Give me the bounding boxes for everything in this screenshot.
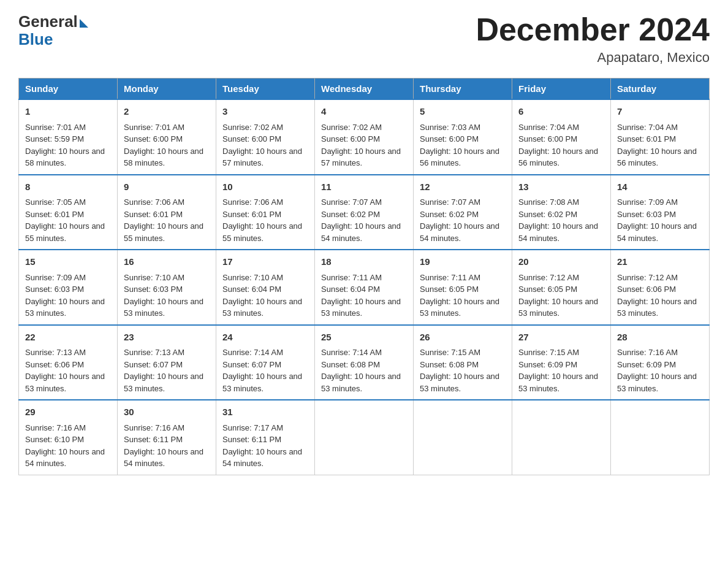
sunrise-text: Sunrise: 7:15 AM bbox=[420, 348, 480, 357]
sunrise-text: Sunrise: 7:08 AM bbox=[518, 197, 579, 207]
daylight-text: Daylight: 10 hours and 54 minutes. bbox=[321, 221, 401, 243]
sunset-text: Sunset: 6:02 PM bbox=[518, 210, 577, 219]
sunset-text: Sunset: 6:11 PM bbox=[124, 435, 183, 444]
sunrise-text: Sunrise: 7:09 AM bbox=[617, 197, 678, 207]
calendar-week-row: 29Sunrise: 7:16 AMSunset: 6:10 PMDayligh… bbox=[19, 400, 710, 475]
daylight-text: Daylight: 10 hours and 53 minutes. bbox=[420, 372, 499, 393]
day-number: 14 bbox=[617, 180, 703, 194]
sunset-text: Sunset: 6:01 PM bbox=[124, 210, 183, 219]
sunrise-text: Sunrise: 7:07 AM bbox=[321, 197, 382, 207]
sunset-text: Sunset: 6:01 PM bbox=[222, 210, 281, 219]
calendar-cell: 11Sunrise: 7:07 AMSunset: 6:02 PMDayligh… bbox=[315, 175, 414, 250]
sunset-text: Sunset: 6:05 PM bbox=[420, 285, 479, 294]
calendar-header-thursday: Thursday bbox=[414, 79, 512, 100]
calendar-cell: 26Sunrise: 7:15 AMSunset: 6:08 PMDayligh… bbox=[414, 325, 512, 400]
day-number: 1 bbox=[25, 105, 111, 119]
daylight-text: Daylight: 10 hours and 54 minutes. bbox=[124, 447, 203, 469]
day-number: 5 bbox=[420, 105, 506, 119]
daylight-text: Daylight: 10 hours and 54 minutes. bbox=[222, 447, 302, 469]
day-number: 17 bbox=[222, 255, 308, 269]
calendar-cell: 9Sunrise: 7:06 AMSunset: 6:01 PMDaylight… bbox=[118, 175, 216, 250]
sunrise-text: Sunrise: 7:11 AM bbox=[420, 273, 480, 282]
calendar-header-monday: Monday bbox=[118, 79, 216, 100]
logo-blue-text: Blue bbox=[18, 30, 53, 49]
daylight-text: Daylight: 10 hours and 53 minutes. bbox=[321, 372, 401, 393]
sunrise-text: Sunrise: 7:16 AM bbox=[124, 423, 184, 432]
day-number: 12 bbox=[420, 180, 506, 194]
sunset-text: Sunset: 6:04 PM bbox=[321, 285, 380, 294]
sunrise-text: Sunrise: 7:09 AM bbox=[25, 273, 86, 282]
daylight-text: Daylight: 10 hours and 53 minutes. bbox=[617, 297, 697, 318]
calendar-cell: 16Sunrise: 7:10 AMSunset: 6:03 PMDayligh… bbox=[118, 250, 216, 325]
calendar-cell: 6Sunrise: 7:04 AMSunset: 6:00 PMDaylight… bbox=[512, 99, 611, 175]
logo-general-text: General bbox=[18, 12, 78, 31]
daylight-text: Daylight: 10 hours and 53 minutes. bbox=[518, 372, 598, 393]
sunset-text: Sunset: 6:09 PM bbox=[518, 360, 577, 369]
sunset-text: Sunset: 6:08 PM bbox=[420, 360, 479, 369]
day-number: 30 bbox=[124, 405, 210, 419]
daylight-text: Daylight: 10 hours and 56 minutes. bbox=[420, 147, 499, 168]
sunrise-text: Sunrise: 7:03 AM bbox=[420, 123, 480, 132]
logo-arrow-icon bbox=[80, 19, 88, 28]
sunset-text: Sunset: 6:03 PM bbox=[25, 285, 84, 294]
calendar-cell: 5Sunrise: 7:03 AMSunset: 6:00 PMDaylight… bbox=[414, 99, 512, 175]
calendar-cell: 8Sunrise: 7:05 AMSunset: 6:01 PMDaylight… bbox=[19, 175, 118, 250]
sunrise-text: Sunrise: 7:01 AM bbox=[25, 123, 86, 132]
calendar-cell: 27Sunrise: 7:15 AMSunset: 6:09 PMDayligh… bbox=[512, 325, 611, 400]
sunrise-text: Sunrise: 7:10 AM bbox=[124, 273, 184, 282]
sunrise-text: Sunrise: 7:11 AM bbox=[321, 273, 382, 282]
calendar-cell: 22Sunrise: 7:13 AMSunset: 6:06 PMDayligh… bbox=[19, 325, 118, 400]
logo: General Blue bbox=[18, 12, 88, 49]
daylight-text: Daylight: 10 hours and 57 minutes. bbox=[321, 147, 401, 168]
calendar-week-row: 1Sunrise: 7:01 AMSunset: 5:59 PMDaylight… bbox=[19, 99, 710, 175]
sunset-text: Sunset: 6:03 PM bbox=[617, 210, 676, 219]
day-number: 6 bbox=[518, 105, 604, 119]
calendar-header-friday: Friday bbox=[512, 79, 611, 100]
daylight-text: Daylight: 10 hours and 53 minutes. bbox=[222, 297, 302, 318]
sunset-text: Sunset: 6:00 PM bbox=[420, 134, 479, 144]
sunrise-text: Sunrise: 7:14 AM bbox=[321, 348, 382, 357]
day-number: 19 bbox=[420, 255, 506, 269]
sunrise-text: Sunrise: 7:05 AM bbox=[25, 197, 86, 207]
calendar-cell: 30Sunrise: 7:16 AMSunset: 6:11 PMDayligh… bbox=[118, 400, 216, 475]
calendar-cell: 23Sunrise: 7:13 AMSunset: 6:07 PMDayligh… bbox=[118, 325, 216, 400]
sunrise-text: Sunrise: 7:14 AM bbox=[222, 348, 283, 357]
calendar-cell: 21Sunrise: 7:12 AMSunset: 6:06 PMDayligh… bbox=[611, 250, 710, 325]
calendar-week-row: 15Sunrise: 7:09 AMSunset: 6:03 PMDayligh… bbox=[19, 250, 710, 325]
calendar-week-row: 8Sunrise: 7:05 AMSunset: 6:01 PMDaylight… bbox=[19, 175, 710, 250]
daylight-text: Daylight: 10 hours and 53 minutes. bbox=[124, 372, 203, 393]
calendar-header-saturday: Saturday bbox=[611, 79, 710, 100]
calendar-cell: 3Sunrise: 7:02 AMSunset: 6:00 PMDaylight… bbox=[216, 99, 315, 175]
day-number: 27 bbox=[518, 331, 604, 345]
sunrise-text: Sunrise: 7:06 AM bbox=[222, 197, 283, 207]
daylight-text: Daylight: 10 hours and 53 minutes. bbox=[222, 372, 302, 393]
calendar-cell: 24Sunrise: 7:14 AMSunset: 6:07 PMDayligh… bbox=[216, 325, 315, 400]
sunset-text: Sunset: 6:01 PM bbox=[617, 134, 676, 144]
sunrise-text: Sunrise: 7:16 AM bbox=[617, 348, 678, 357]
daylight-text: Daylight: 10 hours and 53 minutes. bbox=[420, 297, 499, 318]
daylight-text: Daylight: 10 hours and 53 minutes. bbox=[518, 297, 598, 318]
day-number: 26 bbox=[420, 331, 506, 345]
calendar-cell: 7Sunrise: 7:04 AMSunset: 6:01 PMDaylight… bbox=[611, 99, 710, 175]
sunset-text: Sunset: 6:05 PM bbox=[518, 285, 577, 294]
calendar-header-row: SundayMondayTuesdayWednesdayThursdayFrid… bbox=[19, 79, 710, 100]
sunset-text: Sunset: 5:59 PM bbox=[25, 134, 84, 144]
daylight-text: Daylight: 10 hours and 53 minutes. bbox=[25, 372, 105, 393]
daylight-text: Daylight: 10 hours and 58 minutes. bbox=[25, 147, 105, 168]
sunset-text: Sunset: 6:00 PM bbox=[222, 134, 281, 144]
calendar-cell: 2Sunrise: 7:01 AMSunset: 6:00 PMDaylight… bbox=[118, 99, 216, 175]
page-header: General Blue December 2024 Apapataro, Me… bbox=[18, 12, 710, 66]
daylight-text: Daylight: 10 hours and 53 minutes. bbox=[617, 372, 697, 393]
sunrise-text: Sunrise: 7:16 AM bbox=[25, 423, 86, 432]
day-number: 10 bbox=[222, 180, 308, 194]
sunset-text: Sunset: 6:08 PM bbox=[321, 360, 380, 369]
daylight-text: Daylight: 10 hours and 58 minutes. bbox=[124, 147, 203, 168]
daylight-text: Daylight: 10 hours and 55 minutes. bbox=[222, 221, 302, 243]
calendar-cell bbox=[611, 400, 710, 475]
day-number: 18 bbox=[321, 255, 407, 269]
sunrise-text: Sunrise: 7:02 AM bbox=[222, 123, 283, 132]
daylight-text: Daylight: 10 hours and 56 minutes. bbox=[518, 147, 598, 168]
sunrise-text: Sunrise: 7:17 AM bbox=[222, 423, 283, 432]
sunset-text: Sunset: 6:07 PM bbox=[222, 360, 281, 369]
calendar-cell: 18Sunrise: 7:11 AMSunset: 6:04 PMDayligh… bbox=[315, 250, 414, 325]
